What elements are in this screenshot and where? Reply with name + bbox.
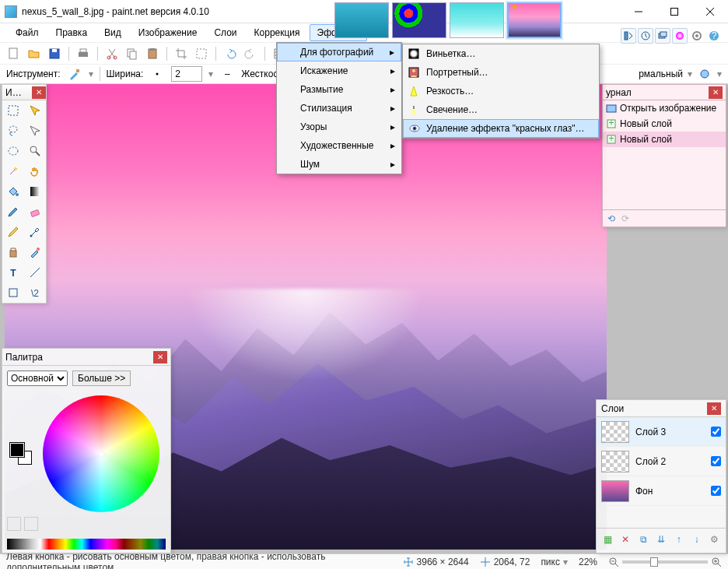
doc-tab-3[interactable]	[450, 2, 504, 38]
tools-window-toggle[interactable]	[621, 28, 636, 44]
curve-tool[interactable]: \2	[24, 283, 46, 303]
shape-tool[interactable]	[2, 283, 24, 303]
ellipse-select-tool[interactable]	[2, 141, 24, 161]
menu-layers[interactable]: Слои	[206, 24, 244, 41]
menu-item-distort[interactable]: Искажение▸	[277, 61, 401, 80]
status-zoom[interactable]: 22%	[579, 557, 597, 567]
layer-row[interactable]: Слой 2	[597, 447, 726, 476]
layers-window-toggle[interactable]	[655, 28, 670, 44]
doc-tab-2[interactable]	[392, 2, 446, 38]
cut-icon[interactable]	[104, 46, 120, 61]
menu-item-stylize[interactable]: Стилизация▸	[277, 99, 401, 118]
current-tool-icon[interactable]	[67, 66, 82, 82]
gradient-tool[interactable]	[24, 181, 46, 202]
color-swatches[interactable]	[10, 443, 32, 465]
tools-close-button[interactable]: ✕	[32, 86, 46, 99]
decrease-icon[interactable]: –	[219, 66, 235, 82]
status-units[interactable]: пикс	[541, 557, 560, 567]
palette-add-icon[interactable]	[7, 517, 21, 531]
eraser-tool[interactable]	[24, 202, 46, 222]
pencil-tool[interactable]	[2, 222, 24, 242]
deselect-icon[interactable]	[194, 46, 209, 61]
more-button[interactable]: Больше >>	[72, 371, 131, 386]
menu-item-glow[interactable]: Свечение…	[403, 100, 599, 119]
undo-icon[interactable]	[222, 46, 238, 61]
menu-item-portrait[interactable]: Портретный…	[403, 63, 599, 82]
paste-icon[interactable]	[145, 46, 160, 61]
properties-icon[interactable]: ⚙	[708, 532, 721, 546]
layers-close-button[interactable]: ✕	[707, 402, 721, 415]
duplicate-layer-icon[interactable]: ⧉	[637, 532, 650, 546]
lasso-tool[interactable]	[2, 121, 24, 141]
picker-tool[interactable]	[24, 222, 46, 242]
layer-visible-checkbox[interactable]	[711, 486, 721, 496]
palette-manage-icon[interactable]	[24, 517, 38, 531]
history-item[interactable]: Открыть изображение	[603, 100, 726, 116]
brush-preview-icon[interactable]	[149, 66, 165, 82]
history-window-toggle[interactable]	[638, 28, 653, 44]
redo-icon[interactable]	[243, 46, 258, 61]
overwrite-icon[interactable]	[697, 66, 712, 82]
help-icon[interactable]: ?	[706, 28, 722, 44]
move-down-icon[interactable]: ↓	[690, 532, 703, 546]
layer-row[interactable]: Фон	[597, 476, 726, 506]
history-redo-icon[interactable]: ⟳	[621, 213, 629, 224]
menu-item-vignette[interactable]: Виньетка…	[403, 44, 599, 63]
delete-layer-icon[interactable]: ✕	[619, 532, 632, 546]
doc-tab-4[interactable]	[507, 2, 562, 38]
color-wheel[interactable]	[43, 395, 159, 512]
zoom-out-icon[interactable]	[608, 557, 619, 567]
merge-down-icon[interactable]: ⇊	[655, 532, 668, 546]
palette-strip[interactable]	[7, 539, 166, 550]
zoom-tool[interactable]	[24, 141, 46, 161]
line-tool[interactable]	[24, 262, 46, 283]
print-icon[interactable]	[75, 46, 91, 61]
brush-tool[interactable]	[2, 202, 24, 222]
zoom-slider[interactable]	[622, 560, 708, 564]
menu-view[interactable]: Вид	[96, 24, 129, 41]
new-icon[interactable]	[6, 46, 22, 61]
clone-tool[interactable]	[2, 242, 24, 262]
recolor-tool[interactable]	[24, 242, 46, 262]
layer-visible-checkbox[interactable]	[711, 427, 721, 437]
close-button[interactable]	[692, 0, 728, 23]
rect-select-tool[interactable]	[2, 100, 24, 121]
menu-item-artistic[interactable]: Художественные▸	[277, 136, 401, 155]
menu-item-noise[interactable]: Шум▸	[277, 155, 401, 174]
move-up-icon[interactable]: ↑	[672, 532, 685, 546]
move-sel-tool[interactable]	[24, 100, 46, 121]
menu-item-redeye[interactable]: Удаление эффекта "красных глаз"…	[403, 119, 599, 138]
bucket-tool[interactable]	[2, 181, 24, 202]
save-icon[interactable]	[47, 46, 62, 61]
colors-close-button[interactable]: ✕	[153, 351, 167, 364]
colors-window-toggle[interactable]	[672, 28, 688, 44]
brush-width-input[interactable]	[171, 66, 202, 82]
history-close-button[interactable]: ✕	[709, 86, 723, 99]
settings-icon[interactable]	[689, 28, 705, 44]
magic-wand-tool[interactable]	[2, 161, 24, 181]
open-icon[interactable]	[26, 46, 42, 61]
history-undo-icon[interactable]: ⟲	[607, 213, 615, 224]
layer-row[interactable]: Слой 3	[597, 417, 726, 447]
layer-visible-checkbox[interactable]	[711, 456, 721, 466]
copy-icon[interactable]	[124, 46, 140, 61]
pan-tool[interactable]	[24, 161, 46, 181]
crop-icon[interactable]	[173, 46, 189, 61]
menu-item-blur[interactable]: Размытие▸	[277, 80, 401, 99]
menu-image[interactable]: Изображение	[131, 24, 205, 41]
menu-item-patterns[interactable]: Узоры▸	[277, 118, 401, 136]
menu-item-sharpen[interactable]: Резкость…	[403, 82, 599, 100]
menu-item-photo[interactable]: Для фотографий▸	[277, 43, 401, 61]
history-item[interactable]: + Новый слой	[603, 132, 726, 147]
doc-tab-1[interactable]	[334, 2, 389, 38]
primary-color[interactable]	[10, 443, 24, 457]
add-layer-icon[interactable]: ▦	[601, 532, 614, 546]
minimize-button[interactable]	[621, 0, 656, 23]
color-mode-select[interactable]: Основной	[7, 371, 68, 386]
move-tool[interactable]	[24, 121, 46, 141]
menu-adjustments[interactable]: Коррекция	[247, 24, 308, 41]
text-tool[interactable]: T	[2, 262, 24, 283]
menu-file[interactable]: Файл	[8, 24, 47, 41]
maximize-button[interactable]	[656, 0, 692, 23]
menu-edit[interactable]: Правка	[48, 24, 96, 41]
